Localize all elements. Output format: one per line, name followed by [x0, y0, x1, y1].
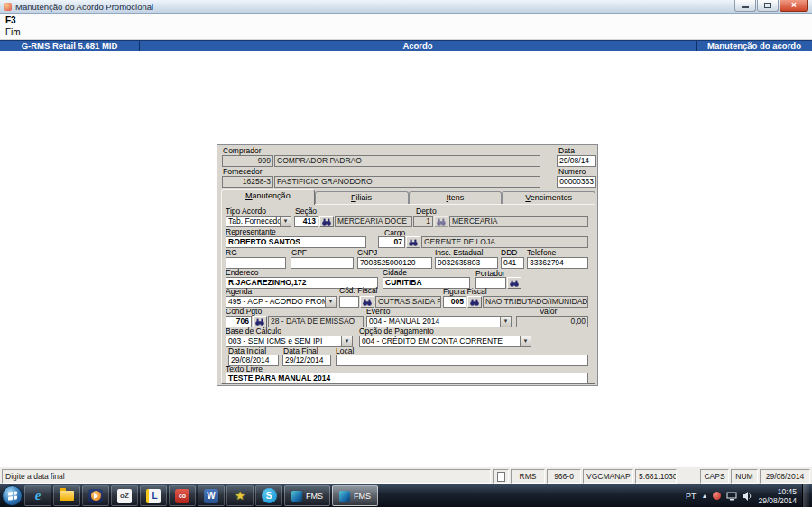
- fms-button-label: FMS: [306, 492, 323, 501]
- telefone-field[interactable]: 33362794: [527, 257, 588, 269]
- status-message: Digite a data final: [2, 469, 491, 484]
- data-field[interactable]: 29/08/14: [557, 155, 596, 167]
- fms-app-icon: [339, 491, 350, 502]
- internet-explorer-icon[interactable]: e: [24, 485, 51, 506]
- explorer-folder-icon[interactable]: [53, 485, 80, 506]
- cargo-code-field[interactable]: 07: [378, 236, 405, 248]
- application-window: Manutenção do Acordo Promocional × F3 Fi…: [0, 0, 812, 507]
- star-app-icon[interactable]: ★: [226, 485, 254, 506]
- tray-status-icon[interactable]: [713, 492, 721, 500]
- start-button[interactable]: [2, 485, 23, 506]
- tab-filiais[interactable]: Filiais: [315, 191, 409, 204]
- hidden-icons-chevron-icon[interactable]: ▲: [702, 493, 708, 499]
- opcao-pagamento-label: Opção de Pagamento: [359, 327, 434, 336]
- figura-fiscal-lookup-button[interactable]: [467, 296, 482, 308]
- skype-icon[interactable]: S: [255, 485, 282, 506]
- opcao-pagamento-select[interactable]: 004 - CRÉDITO EM CONTA CORRENTE ▼: [359, 336, 531, 347]
- window-titlebar[interactable]: Manutenção do Acordo Promocional ×: [0, 0, 812, 14]
- depto-name-field: MERCEARIA: [449, 216, 588, 227]
- insc-estadual-label: Insc. Estadual: [435, 249, 483, 257]
- fornecedor-name-field: PASTIFICIO GRANODORO: [274, 176, 540, 188]
- dropdown-arrow-icon[interactable]: ▼: [520, 336, 531, 346]
- tab-strip: Manutenção Filiais Itens Vencimentos: [221, 189, 595, 204]
- figura-fiscal-name-field: NAO TRIBUTADO/IMUNIDADE: [483, 296, 588, 308]
- cargo-lookup-button[interactable]: [406, 236, 420, 248]
- portador-lookup-button[interactable]: [507, 277, 521, 289]
- evento-value: 004 - MANUAL 2014: [367, 317, 500, 327]
- status-bar: Digite a data final RMS 966-0 VGCMANAP 5…: [0, 466, 812, 484]
- fornecedor-code-field: 16258-3: [222, 176, 273, 188]
- dropdown-arrow-icon[interactable]: ▼: [341, 336, 352, 346]
- telefone-label: Telefone: [527, 249, 556, 257]
- taskbar-button-fms-1[interactable]: FMS: [284, 485, 330, 506]
- texto-livre-field[interactable]: TESTE PARA MANUAL 2014: [226, 373, 588, 384]
- star-icon: ★: [235, 490, 245, 502]
- dropdown-arrow-icon[interactable]: ▼: [280, 217, 291, 226]
- data-final-field[interactable]: 29/12/2014: [282, 355, 331, 366]
- network-icon[interactable]: [726, 492, 737, 501]
- fms-app-icon: [291, 491, 302, 502]
- language-indicator[interactable]: PT: [686, 492, 697, 501]
- binoculars-icon: [437, 218, 446, 226]
- tab-manutencao[interactable]: Manutenção: [221, 189, 315, 205]
- cpf-field[interactable]: [291, 257, 354, 269]
- valor-field: 0,00: [516, 316, 588, 327]
- status-date-cell: 29/08/2014: [760, 469, 810, 484]
- agenda-value: 495 - ACP - ACORDO PROMO: [226, 297, 325, 307]
- window-controls: ×: [734, 0, 808, 14]
- cod-fiscal-code-field[interactable]: [339, 296, 359, 308]
- comprador-label: Comprador: [223, 147, 262, 155]
- notes-glyph: L: [146, 489, 161, 503]
- secao-code-field[interactable]: 413: [294, 216, 318, 227]
- close-button[interactable]: ×: [780, 0, 808, 12]
- lotus-notes-icon[interactable]: L: [140, 485, 167, 506]
- tipo-acordo-select[interactable]: Tab. Fornecedor ▼: [226, 216, 291, 227]
- dropdown-arrow-icon[interactable]: ▼: [325, 297, 336, 307]
- maximize-button[interactable]: [757, 0, 779, 12]
- taskbar-button-fms-2[interactable]: FMS: [332, 485, 378, 506]
- tab-itens-label: Itens: [447, 192, 465, 204]
- media-player-icon[interactable]: [82, 485, 109, 506]
- menu-f3-label[interactable]: F3: [5, 14, 807, 26]
- insc-estadual-field[interactable]: 9032635803: [435, 257, 498, 269]
- header-banner: G-RMS Retail 5.681 MID Acordo Manutenção…: [0, 40, 812, 51]
- depto-code-field: 1: [413, 216, 433, 227]
- word-icon[interactable]: W: [198, 485, 225, 506]
- word-glyph: W: [204, 489, 218, 503]
- system-tray: PT ▲ 10:45 29/08/2014: [686, 484, 810, 507]
- clock-date: 29/08/2014: [758, 496, 797, 505]
- local-field[interactable]: [336, 355, 588, 366]
- cod-fiscal-label: Cód. Fiscal: [339, 287, 378, 295]
- cidade-label: Cidade: [383, 269, 407, 277]
- agenda-label: Agenda: [226, 288, 252, 296]
- numero-field: 00000363: [557, 176, 596, 188]
- status-num-cell: NUM: [731, 469, 758, 484]
- representante-field[interactable]: ROBERTO SANTOS: [226, 236, 366, 248]
- tab-itens[interactable]: Itens: [409, 191, 503, 204]
- volume-icon[interactable]: [743, 492, 752, 501]
- status-user-cell: VGCMANAP: [583, 469, 633, 484]
- binoculars-icon: [470, 299, 479, 306]
- acordo-form-panel: Comprador 999 COMPRADOR PADRAO Data 29/0…: [217, 144, 598, 386]
- status-terminal-cell: 966-0: [547, 469, 581, 484]
- base-calculo-value: 003 - SEM ICMS e SEM IPI: [226, 336, 341, 346]
- figura-fiscal-code-field[interactable]: 005: [443, 296, 466, 308]
- binoculars-icon: [363, 299, 372, 306]
- show-desktop-button[interactable]: [802, 484, 809, 507]
- data-label: Data: [558, 147, 575, 155]
- cpf-label: CPF: [291, 249, 307, 257]
- communicator-icon[interactable]: co: [169, 485, 196, 506]
- outlook-icon[interactable]: oZ: [111, 485, 138, 506]
- dropdown-arrow-icon[interactable]: ▼: [500, 317, 511, 327]
- ddd-field[interactable]: 041: [501, 257, 524, 269]
- skype-glyph: S: [262, 488, 277, 503]
- clock[interactable]: 10:45 29/08/2014: [758, 487, 797, 505]
- cond-pgto-label: Cond.Pgto: [226, 308, 262, 316]
- valor-label: Valor: [540, 308, 557, 316]
- minimize-button[interactable]: [734, 0, 756, 12]
- comprador-code-field: 999: [222, 155, 273, 167]
- tab-vencimentos-label: Vencimentos: [525, 192, 572, 204]
- secao-lookup-button[interactable]: [319, 216, 334, 227]
- menu-item-fim[interactable]: Fim: [5, 26, 27, 38]
- tab-vencimentos[interactable]: Vencimentos: [502, 191, 595, 204]
